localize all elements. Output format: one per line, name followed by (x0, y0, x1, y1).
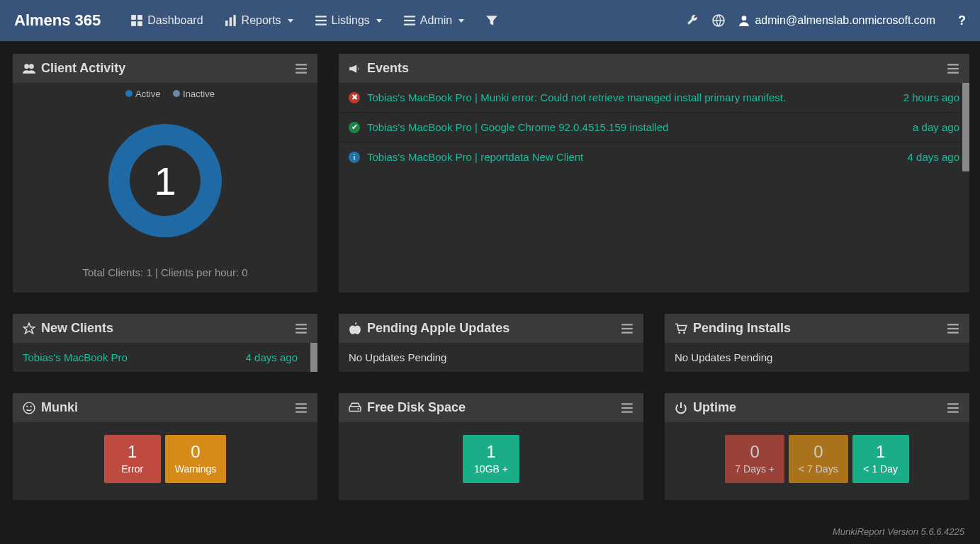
stat-lt1[interactable]: 1 < 1 Day (852, 435, 909, 483)
svg-rect-43 (621, 407, 633, 408)
list-toggle-icon[interactable] (295, 322, 308, 335)
wrench-icon[interactable] (687, 14, 699, 27)
panel-new-clients: New Clients Tobias's MacBook Pro 4 days … (13, 314, 317, 372)
stat-num: 1 (862, 442, 899, 462)
legend-dot-active (125, 90, 133, 97)
list-toggle-icon[interactable] (947, 402, 959, 414)
svg-rect-22 (947, 72, 959, 73)
legend-label-inactive: Inactive (183, 89, 215, 99)
stat-num: 1 (114, 442, 151, 462)
svg-rect-10 (404, 16, 415, 17)
error-icon: ✖ (349, 92, 360, 103)
svg-rect-21 (947, 67, 959, 69)
stat-lt7[interactable]: 0 < 7 Days (789, 435, 848, 483)
chevron-down-icon (288, 19, 293, 23)
svg-rect-31 (947, 324, 959, 325)
event-text[interactable]: Tobias's MacBook Pro | Munki error: Coul… (367, 91, 896, 103)
svg-rect-3 (137, 21, 142, 26)
svg-point-34 (23, 402, 35, 414)
dashboard-content: Client Activity Active Inactive 1 Total … (0, 41, 980, 513)
stat-num: 0 (175, 442, 217, 462)
event-row[interactable]: i Tobias's MacBook Pro | reportdata New … (339, 142, 969, 171)
list-toggle-icon[interactable] (947, 62, 959, 75)
svg-rect-28 (621, 332, 633, 333)
event-row[interactable]: ✖ Tobias's MacBook Pro | Munki error: Co… (339, 83, 969, 112)
dashboard-icon (130, 14, 143, 27)
svg-rect-0 (131, 15, 136, 20)
footer-version: MunkiReport Version 5.6.6.4225 (833, 526, 964, 537)
svg-rect-17 (295, 64, 307, 65)
panel-client-activity: Client Activity Active Inactive 1 Total … (13, 54, 317, 293)
event-row[interactable]: ✔ Tobias's MacBook Pro | Google Chrome 9… (339, 112, 969, 142)
svg-rect-11 (404, 20, 415, 21)
svg-rect-37 (295, 403, 307, 404)
svg-rect-25 (295, 332, 307, 333)
svg-rect-38 (295, 407, 307, 408)
nav-dashboard-label: Dashboard (147, 14, 203, 27)
nav-listings[interactable]: Listings (306, 8, 390, 33)
smile-icon (23, 402, 35, 414)
list-toggle-icon[interactable] (295, 62, 308, 75)
navbar: Almens 365 Dashboard Reports Listings Ad… (0, 0, 980, 41)
svg-rect-4 (225, 21, 227, 26)
stat-warnings[interactable]: 0 Warnings (165, 435, 227, 483)
chevron-down-icon (376, 19, 382, 23)
panel-pending-apple: Pending Apple Updates No Updates Pending (339, 314, 643, 372)
client-age: 4 days ago (246, 351, 298, 363)
list-item[interactable]: Tobias's MacBook Pro 4 days ago (13, 343, 317, 372)
svg-point-41 (357, 408, 359, 409)
legend-dot-inactive (173, 90, 180, 97)
client-link[interactable]: Tobias's MacBook Pro (23, 351, 128, 363)
svg-point-36 (30, 405, 32, 407)
svg-rect-39 (295, 411, 307, 412)
event-text[interactable]: Tobias's MacBook Pro | reportdata New Cl… (367, 151, 901, 163)
stat-label: 7 Days + (735, 463, 775, 475)
event-time: 2 hours ago (903, 91, 959, 103)
panel-pending-installs: Pending Installs No Updates Pending (665, 314, 969, 372)
stat-num: 0 (799, 442, 838, 462)
svg-rect-32 (947, 327, 959, 329)
stat-7plus[interactable]: 0 7 Days + (725, 435, 784, 483)
nav-dashboard[interactable]: Dashboard (122, 8, 211, 33)
chart-icon (225, 14, 237, 27)
admin-icon (403, 14, 416, 27)
globe-icon[interactable] (712, 14, 725, 27)
stat-label: < 7 Days (799, 463, 838, 475)
nav-reports[interactable]: Reports (216, 8, 302, 33)
svg-point-16 (29, 64, 34, 69)
legend-label-active: Active (135, 89, 160, 99)
list-toggle-icon[interactable] (295, 402, 308, 414)
chart-legend: Active Inactive (13, 89, 317, 99)
stat-label: < 1 Day (862, 463, 899, 475)
donut-chart: 1 (13, 106, 317, 255)
panel-title: Pending Apple Updates (367, 321, 509, 336)
svg-rect-9 (315, 24, 327, 26)
check-icon: ✔ (349, 122, 360, 133)
nav-items: Dashboard Reports Listings Admin (122, 8, 507, 33)
svg-point-14 (742, 16, 747, 21)
nav-right: admin@almenslab.onmicrosoft.com ? (687, 13, 966, 28)
stat-num: 0 (735, 442, 775, 462)
nav-filter[interactable] (477, 8, 507, 33)
svg-rect-42 (621, 403, 633, 404)
svg-rect-26 (621, 324, 633, 325)
list-toggle-icon[interactable] (947, 322, 959, 335)
svg-rect-27 (621, 327, 633, 329)
svg-rect-12 (404, 24, 415, 26)
help-button[interactable]: ? (958, 13, 966, 28)
brand[interactable]: Almens 365 (14, 11, 101, 30)
nav-admin[interactable]: Admin (395, 8, 473, 33)
stat-disk[interactable]: 1 10GB + (463, 435, 519, 483)
no-updates-text: No Updates Pending (665, 343, 969, 372)
svg-point-15 (24, 64, 29, 69)
star-icon (23, 322, 35, 335)
list-toggle-icon[interactable] (621, 402, 633, 414)
user-email: admin@almenslab.onmicrosoft.com (755, 14, 935, 27)
panel-title: Munki (41, 400, 78, 415)
stat-error[interactable]: 1 Error (104, 435, 161, 483)
svg-point-29 (678, 332, 680, 334)
event-text[interactable]: Tobias's MacBook Pro | Google Chrome 92.… (367, 121, 906, 133)
user-menu[interactable]: admin@almenslab.onmicrosoft.com (738, 14, 940, 27)
list-toggle-icon[interactable] (621, 322, 633, 335)
svg-rect-19 (295, 72, 307, 73)
